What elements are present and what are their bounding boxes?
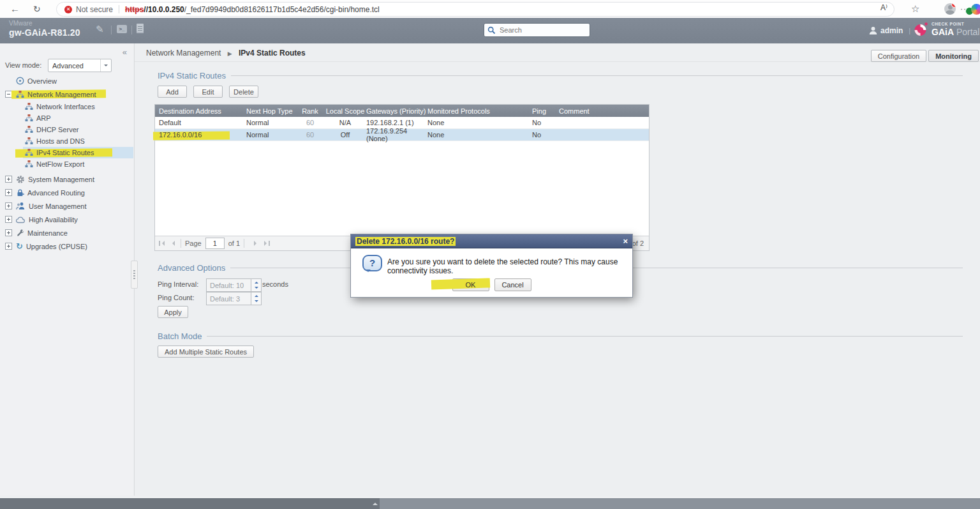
sidebar-item-system-management[interactable]: System Management [0, 172, 133, 186]
col-ping[interactable]: Ping [532, 107, 559, 115]
copilot-logo [971, 4, 980, 15]
sidebar-item-label: User Management [29, 202, 87, 210]
cancel-button[interactable]: Cancel [494, 278, 531, 291]
not-secure-icon[interactable]: ✕ [64, 6, 72, 13]
ok-button[interactable]: OK [452, 278, 489, 291]
refresh-icon[interactable]: ↻ [33, 0, 41, 18]
breadcrumb-parent[interactable]: Network Management [146, 49, 221, 57]
favorites-collections-icon[interactable]: ☆ [911, 0, 919, 18]
sidebar-item-advanced-routing[interactable]: Advanced Routing [0, 186, 133, 199]
copilot-icon[interactable] [971, 0, 980, 18]
expand-expander-icon[interactable] [5, 216, 12, 223]
screen: ← ↻ ✕ Not secure https//10.0.0.250/_fed7… [0, 0, 980, 509]
spin-down-icon[interactable] [251, 299, 261, 305]
expand-expander-icon[interactable] [5, 229, 12, 236]
first-page-button[interactable] [159, 241, 167, 246]
sidebar-collapse-icon[interactable]: « [122, 47, 127, 57]
spin-down-icon[interactable] [251, 285, 261, 292]
search-box[interactable] [484, 23, 590, 37]
col-gateways[interactable]: Gateways (Priority) [366, 107, 427, 115]
close-icon[interactable]: × [623, 237, 628, 245]
read-aloud-icon[interactable]: A⁾ [880, 3, 887, 12]
divider [131, 26, 132, 34]
sidebar-item-label: Network Management [27, 91, 96, 98]
add-button[interactable]: Add [158, 86, 187, 98]
apply-button[interactable]: Apply [158, 306, 188, 318]
cell-rank: 60 [296, 131, 324, 139]
col-rank[interactable]: Rank [296, 107, 324, 115]
sidebar-item-label: Overview [27, 77, 57, 85]
vendor-label: VMware [9, 20, 33, 27]
spin-up-icon[interactable] [251, 279, 261, 285]
table-row-selected-172-16-0-0-16[interactable]: 172.16.0.0/16 Normal 60 Off 172.16.9.254… [155, 129, 649, 141]
expand-up-icon[interactable] [373, 503, 378, 505]
table-header: Destination Address Next Hop Type Rank L… [155, 105, 649, 117]
dialog-title-text: Delete 172.16.0.0/16 route? [355, 237, 456, 246]
sidebar-item-network-management[interactable]: Network Management [0, 87, 133, 101]
col-next-hop-type[interactable]: Next Hop Type [246, 107, 296, 115]
expand-expander-icon[interactable] [5, 202, 12, 209]
col-destination[interactable]: Destination Address [155, 107, 246, 115]
sidebar-item-arp[interactable]: ARP [23, 112, 133, 124]
col-local-scope[interactable]: Local Scope [324, 107, 366, 115]
brand-main-label: GAiA [932, 27, 954, 37]
prev-page-button[interactable] [170, 241, 177, 246]
yellow-highlight [431, 278, 489, 289]
dialog-titlebar[interactable]: Delete 172.16.0.0/16 route? × [351, 234, 632, 248]
tree-node-icon [25, 103, 33, 110]
browser-toolbar: ← ↻ ✕ Not secure https//10.0.0.250/_fed7… [0, 0, 980, 19]
cell-monitored: None [427, 131, 532, 139]
ping-count-input[interactable] [206, 292, 251, 305]
col-monitored-protocols[interactable]: Monitored Protocols [427, 107, 532, 115]
view-mode-select[interactable]: Advanced [48, 59, 112, 72]
sidebar-item-ipv4-static-routes[interactable]: IPv4 Static Routes [23, 147, 133, 158]
sidebar-item-overview[interactable]: Overview [0, 74, 133, 87]
search-input[interactable] [498, 26, 577, 34]
sidebar-item-upgrades-cpuse[interactable]: ↻ Upgrades (CPUSE) [0, 239, 133, 253]
back-icon[interactable]: ← [10, 0, 20, 18]
monitoring-button[interactable]: Monitoring [928, 50, 979, 62]
sidebar-item-network-interfaces[interactable]: Network Interfaces [23, 101, 133, 112]
last-page-button[interactable] [262, 241, 270, 246]
extensions-menu-icon[interactable]: ··· [960, 0, 970, 18]
cell-ping: No [532, 131, 559, 139]
expand-expander-icon[interactable] [5, 176, 12, 183]
divider [119, 5, 119, 13]
edit-button[interactable]: Edit [193, 86, 223, 98]
splitter-handle[interactable] [131, 261, 138, 289]
address-bar[interactable]: ✕ Not secure https//10.0.0.250/_fed7d994… [56, 2, 895, 17]
cell-gateways: 192.168.2.1 (1) [366, 119, 427, 126]
url-scheme: https [125, 5, 144, 14]
cell-rank: 60 [296, 119, 324, 126]
sidebar-item-high-availability[interactable]: High Availability [0, 213, 133, 226]
avatar[interactable] [944, 0, 956, 18]
spin-up-icon[interactable] [251, 292, 261, 299]
sidebar-item-dhcp-server[interactable]: DHCP Server [23, 124, 133, 135]
routes-section-title: IPv4 Static Routes [158, 71, 226, 80]
col-comment[interactable]: Comment [559, 107, 649, 115]
url-host: //10.0.0.250 [144, 5, 184, 14]
delete-button[interactable]: Delete [229, 86, 258, 98]
ping-interval-input[interactable] [206, 278, 251, 292]
refresh-circle-icon: ↻ [16, 241, 23, 251]
expand-expander-icon[interactable] [5, 189, 12, 196]
configuration-button[interactable]: Configuration [871, 50, 926, 62]
add-multiple-static-routes-button[interactable]: Add Multiple Static Routes [158, 346, 254, 358]
sidebar-item-label: Advanced Routing [27, 189, 85, 197]
terminal-icon[interactable]: >_ [117, 25, 127, 33]
sidebar-item-maintenance[interactable]: Maintenance [0, 226, 133, 239]
divider: | [909, 27, 910, 34]
not-secure-label: Not secure [76, 5, 113, 14]
wrench-icon [16, 229, 24, 237]
next-page-button[interactable] [252, 241, 258, 246]
url-text[interactable]: https//10.0.0.250/_fed7d9949db0d81626117… [125, 5, 380, 14]
sidebar-item-netflow-export[interactable]: NetFlow Export [23, 158, 133, 170]
document-icon[interactable] [137, 24, 144, 33]
expand-expander-icon[interactable] [5, 243, 12, 250]
page-input[interactable] [205, 238, 225, 249]
brand-logo: CHECK POINT GAiA Portal [914, 22, 979, 37]
sidebar-item-hosts-and-dns[interactable]: Hosts and DNS [23, 135, 133, 147]
sidebar-item-user-management[interactable]: User Management [0, 199, 133, 213]
edit-mode-icon[interactable]: ✎ [96, 24, 104, 35]
gear-icon [16, 175, 25, 184]
